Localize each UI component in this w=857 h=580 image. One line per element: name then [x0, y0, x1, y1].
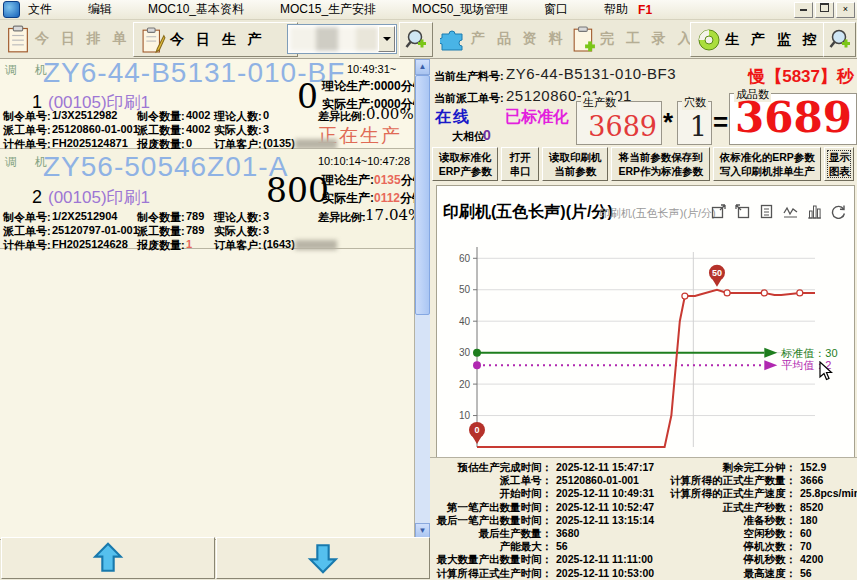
production-stats: 预估生产完成时间：2025-12-11 15:47:17剩余完工分钟：152.9… [430, 457, 857, 580]
menu-window[interactable]: 窗口 [544, 0, 568, 20]
completion-entry-button[interactable]: 完 工 录 入 [572, 22, 696, 55]
stat-label: 正式生产秒数： [670, 501, 796, 514]
minimize-icon[interactable] [794, 2, 813, 18]
field-value: 789 [186, 224, 204, 236]
current-part-value: ZY6-44-B5131-010-BF3 [506, 65, 676, 82]
field-label: 派工单号: [3, 123, 51, 138]
production-count-box: 生产数 3689 [576, 101, 662, 145]
previous-order-button[interactable] [1, 537, 215, 579]
field-value: 1 [186, 238, 192, 250]
param-button-4[interactable]: 将当前参数保存到ERP作为标准参数 [611, 147, 710, 181]
menu-moc50[interactable]: MOC50_现场管理 [412, 0, 508, 20]
production-status-panel: 当前生产料号: ZY6-44-B5131-010-BF3 慢【5837】秒 当前… [430, 58, 857, 580]
next-order-button[interactable] [216, 537, 430, 579]
stat-label: 剩余完工分钟： [670, 461, 796, 474]
product-info-button[interactable]: 产 品 资 料 [440, 22, 567, 55]
stat-value: 3680 [552, 527, 670, 540]
clipboard-plus-icon [572, 25, 596, 53]
today-schedule-button[interactable]: 今 日 排 单 [6, 22, 131, 55]
menu-moc15[interactable]: MOC15_生产安排 [280, 0, 376, 20]
actual-production: 实际生产:0112分钟 [322, 190, 424, 207]
menu-bar: 文件 编辑 MOC10_基本资料 MOC15_生产安排 MOC50_现场管理 窗… [0, 0, 857, 20]
stat-label: 停机秒数： [670, 553, 796, 566]
combo-blurred-value [290, 27, 378, 51]
customer-value: (1643) [263, 238, 337, 250]
clipboard-icon [6, 25, 30, 53]
menu-f1[interactable]: F1 [638, 3, 652, 17]
stat-value: 2025-12-11 10:52:47 [552, 501, 670, 514]
svg-text:30: 30 [459, 347, 471, 358]
order-time: 10:49:31~ [347, 63, 396, 75]
field-label: 制令数量: [137, 109, 185, 124]
order-list-scrollbar[interactable]: ▲ ▼ [414, 58, 431, 540]
chart-title: 印刷机(五色长声)(片/分) [443, 202, 613, 223]
search-plus-icon [829, 28, 851, 52]
param-button-3[interactable]: 读取印刷机当前参数 [542, 147, 608, 181]
field-value: 3 [263, 210, 269, 222]
stat-value: 2025-12-11 11:11:00 [552, 553, 670, 566]
phase-value: 0 [483, 127, 491, 143]
bar-chart-icon[interactable] [807, 204, 822, 219]
stat-label: 产能最大： [430, 540, 552, 553]
menu-file[interactable]: 文件 [28, 0, 52, 20]
line-chart-icon[interactable] [783, 204, 798, 219]
stat-value: 70 [796, 540, 854, 553]
equals-sign: = [713, 107, 728, 138]
theory-production: 理论生产:0000分钟 [322, 78, 425, 95]
chart-legend[interactable]: 印刷机(五色长声)(片/分) [599, 206, 716, 221]
field-value: 1/2X2512904 [52, 210, 117, 222]
stat-value: 25.8pcs/min [796, 487, 854, 500]
finished-count-box: 成品数 3689 [729, 93, 857, 145]
param-button-1[interactable]: 读取标准化ERP产参数 [432, 147, 498, 181]
field-value: 3 [263, 123, 269, 135]
scroll-up-icon[interactable]: ▲ [415, 59, 430, 75]
combo-dropdown-icon[interactable] [378, 26, 395, 52]
field-label: 差异比例: [318, 210, 366, 225]
zoom-select-icon[interactable] [711, 204, 726, 219]
zoom-reset-icon[interactable] [735, 204, 750, 219]
param-button-6[interactable]: 显示图表 [824, 147, 854, 181]
search-plus-icon [405, 28, 427, 52]
param-button-2[interactable]: 打开串口 [501, 147, 539, 181]
stat-value: 56 [552, 540, 670, 553]
donut-chart-icon [697, 28, 721, 52]
order-row-2[interactable]: 调机 ZY56-50546Z01-A 10:10:14~10:47:28 理论生… [0, 149, 414, 249]
scrollbar-thumb[interactable] [415, 75, 430, 315]
field-label: 订单客户: [214, 238, 262, 253]
data-view-icon[interactable] [759, 204, 774, 219]
today-production-button[interactable]: 今 日 生 产 [133, 22, 298, 57]
machine-combo[interactable] [287, 24, 397, 54]
order-row-1[interactable]: 调机 ZY6-44-B5131-010-BF 10:49:31~ 理论生产:00… [0, 59, 414, 149]
production-chart[interactable]: 102030405060标准值：30平均值：2050 [439, 242, 849, 452]
svg-text:40: 40 [459, 316, 471, 327]
param-button-5[interactable]: 依标准化的ERP参数写入印刷机排单生产 [713, 147, 821, 181]
search-order-button[interactable] [823, 22, 856, 57]
menu-help[interactable]: 帮助 [604, 0, 628, 20]
production-count-value: 3689 [588, 111, 657, 142]
blurred-customer-name [295, 240, 337, 250]
stat-value: 56 [796, 567, 854, 580]
restore-icon[interactable] [831, 204, 846, 219]
field-value: 25120860-01-001 [52, 123, 139, 135]
cavity-count-box: 穴数 1 [677, 101, 712, 145]
stat-label: 最后生产数量： [430, 527, 552, 540]
production-monitor-button[interactable]: 生 产 监 控 [690, 22, 826, 57]
stat-label: 计算所得正式生产时间： [430, 567, 552, 580]
order-output-qty: 800 [266, 171, 329, 210]
restore-icon[interactable] [815, 2, 834, 18]
svg-text:60: 60 [459, 253, 471, 264]
search-machine-button[interactable] [399, 22, 433, 57]
field-label: 派工单号: [3, 224, 51, 239]
toolbar: 今 日 排 单 今 日 生 产 产 品 资 料 完 工 录 入 生 产 监 控 [0, 20, 857, 59]
order-seq: 2 [32, 187, 42, 208]
stat-value: 2025-12-11 13:15:14 [552, 514, 670, 527]
order-list: 调机 ZY6-44-B5131-010-BF 10:49:31~ 理论生产:00… [0, 58, 414, 540]
stat-label: 派工单号： [430, 474, 552, 487]
menu-moc10[interactable]: MOC10_基本资料 [148, 0, 244, 20]
menu-edit[interactable]: 编辑 [88, 0, 112, 20]
close-icon[interactable]: × [836, 2, 855, 18]
app-logo-icon [3, 1, 20, 18]
svg-text:50: 50 [459, 284, 471, 295]
field-label: 制令单号: [3, 109, 51, 124]
chart-toolbox [711, 204, 846, 219]
